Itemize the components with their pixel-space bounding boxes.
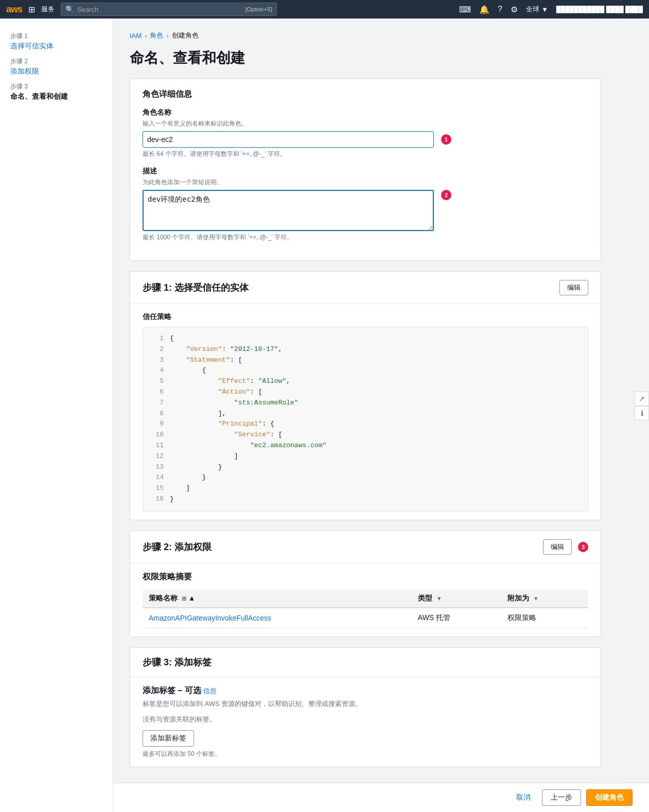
breadcrumb-iam[interactable]: IAM	[130, 32, 142, 40]
role-desc-label: 描述	[143, 167, 588, 176]
sidebar-step-2-num: 步骤 2	[10, 57, 102, 66]
role-name-label: 角色名称	[143, 108, 588, 117]
sidebar-step-1-num: 步骤 1	[10, 32, 102, 41]
tags-title-row: 添加标签 – 可选 信息	[143, 685, 588, 696]
main-layout: 步骤 1 选择可信实体 步骤 2 添加权限 步骤 3 命名、查看和创建 IAM …	[0, 19, 649, 812]
code-line-12: 12 ]	[143, 451, 588, 462]
trust-policy-code: 1{ 2 "Version": "2012-10-17", 3 "Stateme…	[143, 327, 588, 511]
code-line-15: 15 ]	[143, 483, 588, 494]
policy-name-cell: AmazonAPIGatewayInvokeFullAccess	[143, 608, 412, 628]
role-details-title: 角色详细信息	[143, 89, 588, 100]
page-title: 命名、查看和创建	[130, 48, 601, 68]
terminal-icon[interactable]: ⌨	[459, 5, 471, 14]
tags-desc: 标签是您可以添加到 AWS 资源的键值对，以帮助识别、整理或搜索资源。	[143, 699, 588, 709]
policy-table-header-name[interactable]: 策略名称 ⊞ ▲	[143, 590, 412, 608]
breadcrumb-sep-1: ›	[145, 32, 147, 40]
code-line-3: 3 "Statement": [	[143, 355, 588, 366]
policy-table-header-type[interactable]: 类型 ▼	[412, 590, 501, 608]
policy-table: 策略名称 ⊞ ▲ 类型 ▼ 附加为 ▼	[143, 590, 588, 628]
step1-title: 步骤 1: 选择受信任的实体	[143, 281, 249, 294]
code-line-13: 13 }	[143, 462, 588, 473]
code-line-7: 7 "sts:AssumeRole"	[143, 398, 588, 409]
role-name-char-limit: 最长 64 个字符。请使用字母数字和 '+=,.@-_' 字符。	[143, 150, 588, 158]
policy-name-link[interactable]: AmazonAPIGatewayInvokeFullAccess	[149, 614, 271, 622]
policy-table-row: AmazonAPIGatewayInvokeFullAccess AWS 托管 …	[143, 608, 588, 628]
role-desc-textarea[interactable]: dev环境的ec2角色	[143, 190, 434, 231]
sidebar-step-1: 步骤 1 选择可信实体	[0, 29, 113, 54]
footer-actions: 取消 上一步 创建角色	[113, 783, 649, 812]
main-content: IAM › 角色 › 创建角色 命名、查看和创建 角色详细信息 角色名称 输入一…	[113, 19, 618, 812]
region-chevron-icon: ▼	[541, 6, 548, 13]
role-desc-badge: 2	[441, 190, 451, 200]
region-selector[interactable]: 全球 ▼	[526, 5, 548, 14]
step3-body: 添加标签 – 可选 信息 标签是您可以添加到 AWS 资源的键值对，以帮助识别、…	[130, 677, 601, 767]
nav-services-label[interactable]: 服务	[41, 5, 55, 14]
code-line-1: 1{	[143, 333, 588, 344]
tag-limit-text: 最多可以再添加 50 个标签。	[143, 750, 588, 758]
role-desc-group: 描述 为此角色添加一个简短说明。 dev环境的ec2角色 2 最长 1000 个…	[143, 167, 588, 242]
bell-icon[interactable]: 🔔	[479, 5, 489, 14]
nav-right-icons: ⌨ 🔔 ? ⚙ 全球 ▼ ███████████ ████ ████	[459, 5, 643, 14]
code-line-4: 4 {	[143, 365, 588, 376]
policy-attached-cell: 权限策略	[501, 608, 588, 628]
sidebar-step-3-num: 步骤 3	[10, 82, 102, 91]
step2-header: 步骤 2: 添加权限 编辑 3	[130, 531, 601, 563]
util-info-icon[interactable]: ℹ	[635, 406, 649, 420]
step1-body: 信任策略 1{ 2 "Version": "2012-10-17", 3 "St…	[130, 304, 601, 520]
role-desc-char-limit: 最长 1000 个字符。请使用字母数字和 '+=,.@-_' 字符。	[143, 233, 588, 242]
grid-icon: ⊞	[28, 5, 35, 14]
step2-edit-button[interactable]: 编辑	[543, 539, 572, 555]
policy-table-header-attached[interactable]: 附加为 ▼	[501, 590, 588, 608]
sort-name-icon: ⊞	[182, 595, 186, 602]
breadcrumb-current: 创建角色	[172, 31, 199, 40]
sort-attached-icon: ▼	[533, 595, 539, 602]
util-expand-icon[interactable]: ↗	[635, 392, 649, 406]
step2-section: 步骤 2: 添加权限 编辑 3 权限策略摘要 策略名称 ⊞ ▲	[130, 531, 601, 637]
step3-title: 步骤 3: 添加标签	[143, 656, 212, 668]
policy-type-cell: AWS 托管	[412, 608, 501, 628]
aws-logo: aws	[6, 4, 22, 15]
code-line-11: 11 "ec2.amazonaws.com"	[143, 440, 588, 451]
region-label: 全球	[526, 5, 539, 14]
role-name-input[interactable]	[143, 131, 434, 148]
policy-summary-title: 权限策略摘要	[143, 572, 588, 582]
breadcrumb: IAM › 角色 › 创建角色	[130, 31, 601, 40]
question-icon[interactable]: ?	[498, 5, 502, 14]
tags-empty: 没有与资源关联的标签。	[143, 715, 588, 724]
sort-type-icon: ▼	[436, 595, 442, 602]
role-name-badge: 1	[441, 134, 451, 145]
code-line-9: 9 "Principal": {	[143, 419, 588, 430]
search-bar[interactable]: 🔍 [Option+S]	[61, 3, 277, 16]
code-line-10: 10 "Service": [	[143, 430, 588, 440]
breadcrumb-roles[interactable]: 角色	[150, 31, 163, 40]
step3-header: 步骤 3: 添加标签	[130, 648, 601, 677]
right-utility-panel: ↗ ℹ	[635, 392, 649, 420]
sidebar: 步骤 1 选择可信实体 步骤 2 添加权限 步骤 3 命名、查看和创建	[0, 19, 113, 812]
search-icon: 🔍	[65, 5, 74, 13]
sidebar-step-1-link[interactable]: 选择可信实体	[10, 42, 54, 50]
step2-body: 权限策略摘要 策略名称 ⊞ ▲ 类型 ▼	[130, 563, 601, 637]
search-input[interactable]	[77, 6, 242, 13]
top-navigation: aws ⊞ 服务 🔍 [Option+S] ⌨ 🔔 ? ⚙ 全球 ▼ █████…	[0, 0, 649, 19]
role-name-group: 角色名称 输入一个有意义的名称来标识此角色。 1 最长 64 个字符。请使用字母…	[143, 108, 588, 158]
code-line-14: 14 }	[143, 472, 588, 483]
code-line-2: 2 "Version": "2012-10-17",	[143, 344, 588, 355]
settings-icon[interactable]: ⚙	[511, 5, 518, 14]
cancel-button[interactable]: 取消	[510, 790, 537, 805]
sidebar-step-3-active: 命名、查看和创建	[10, 92, 102, 101]
role-details-card: 角色详细信息 角色名称 输入一个有意义的名称来标识此角色。 1 最长 64 个字…	[130, 78, 601, 261]
step1-header: 步骤 1: 选择受信任的实体 编辑	[130, 272, 601, 304]
tags-info-link[interactable]: 信息	[203, 687, 217, 695]
step1-edit-button[interactable]: 编辑	[559, 280, 588, 295]
role-name-hint: 输入一个有意义的名称来标识此角色。	[143, 119, 588, 128]
sort-up-icon[interactable]: ▲	[188, 594, 196, 602]
code-line-5: 5 "Effect": "Allow",	[143, 376, 588, 387]
account-info[interactable]: ███████████ ████ ████	[556, 6, 643, 13]
add-tag-button[interactable]: 添加新标签	[143, 730, 194, 747]
sidebar-step-2: 步骤 2 添加权限	[0, 54, 113, 79]
search-shortcut: [Option+S]	[245, 6, 272, 12]
sidebar-step-2-link[interactable]: 添加权限	[10, 67, 39, 75]
create-role-button[interactable]: 创建角色	[586, 789, 633, 806]
prev-step-button[interactable]: 上一步	[542, 789, 581, 806]
trust-policy-label: 信任策略	[143, 312, 588, 322]
